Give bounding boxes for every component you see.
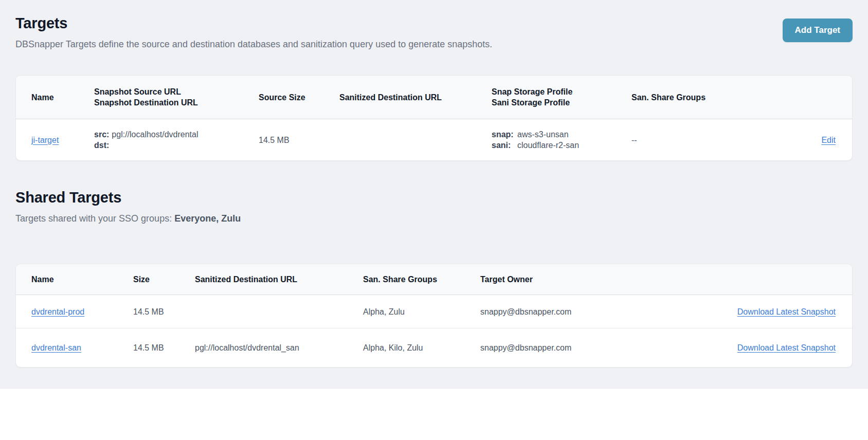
download-latest-snapshot-link[interactable]: Download Latest Snapshot	[737, 343, 836, 352]
column-header-name: Name	[16, 264, 133, 295]
sani-label: sani:	[492, 140, 515, 151]
actions-cell: Edit	[758, 119, 852, 160]
target-owner-cell: snappy@dbsnapper.com	[480, 328, 635, 367]
targets-heading-block: Targets DBSnapper Targets define the sou…	[15, 14, 492, 50]
src-value: pgl://localhost/dvdrental	[112, 130, 198, 139]
shared-description-groups: Everyone, Zulu	[174, 213, 241, 224]
shared-target-name-link[interactable]: dvdrental-prod	[31, 307, 84, 316]
column-header-target-owner: Target Owner	[480, 264, 635, 295]
shared-targets-table-card: Name Size Sanitized Destination URL San.…	[15, 264, 853, 368]
table-row: dvdrental-san 14.5 MB pgl://localhost/dv…	[16, 328, 852, 367]
share-groups-cell: --	[631, 119, 758, 160]
shared-targets-description: Targets shared with your SSO groups: Eve…	[15, 212, 853, 225]
column-header-actions	[635, 264, 852, 295]
target-name-cell: ji-target	[16, 119, 94, 160]
column-header-source-size: Source Size	[259, 76, 339, 119]
source-dest-url-cell: src:pgl://localhost/dvdrental dst:	[94, 119, 259, 160]
dst-label: dst:	[94, 141, 109, 150]
storage-profiles-cell: snap:aws-s3-unsan sani:cloudflare-r2-san	[492, 119, 631, 160]
target-name-cell: dvdrental-san	[16, 328, 133, 367]
column-header-share-groups: San. Share Groups	[363, 264, 480, 295]
sanitized-destination-url-cell	[339, 119, 492, 160]
share-groups-cell: Alpha, Zulu	[363, 295, 480, 328]
page-description: DBSnapper Targets define the source and …	[15, 38, 492, 50]
column-header-name: Name	[16, 76, 94, 119]
src-label: src:	[94, 130, 109, 139]
sanitized-destination-url-cell	[195, 295, 363, 328]
targets-table-card: Name Snapshot Source URL Snapshot Destin…	[15, 75, 853, 161]
shared-target-name-link[interactable]: dvdrental-san	[31, 343, 81, 352]
targets-section-header: Targets DBSnapper Targets define the sou…	[15, 14, 853, 50]
column-header-source-dest-url: Snapshot Source URL Snapshot Destination…	[94, 76, 259, 119]
shared-table-header-row: Name Size Sanitized Destination URL San.…	[16, 264, 852, 295]
column-header-share-groups: San. Share Groups	[631, 76, 758, 119]
shared-description-prefix: Targets shared with your SSO groups:	[15, 213, 174, 224]
shared-targets-title: Shared Targets	[15, 189, 853, 206]
target-name-link[interactable]: ji-target	[31, 136, 59, 144]
target-owner-cell: snappy@dbsnapper.com	[480, 295, 635, 328]
actions-cell: Download Latest Snapshot	[635, 328, 852, 367]
table-row: ji-target src:pgl://localhost/dvdrental …	[16, 119, 852, 160]
targets-page: Targets DBSnapper Targets define the sou…	[0, 0, 868, 389]
edit-link[interactable]: Edit	[821, 136, 836, 144]
column-header-actions	[758, 76, 852, 119]
sani-value: cloudflare-r2-san	[517, 141, 579, 150]
column-header-size: Size	[133, 264, 195, 295]
shared-targets-table: Name Size Sanitized Destination URL San.…	[16, 264, 852, 367]
actions-cell: Download Latest Snapshot	[635, 295, 852, 328]
targets-table-header-row: Name Snapshot Source URL Snapshot Destin…	[16, 76, 852, 119]
table-row: dvdrental-prod 14.5 MB Alpha, Zulu snapp…	[16, 295, 852, 328]
add-target-button[interactable]: Add Target	[783, 19, 853, 42]
column-header-sanitized-destination-url: Sanitized Destination URL	[339, 76, 492, 119]
download-latest-snapshot-link[interactable]: Download Latest Snapshot	[737, 307, 836, 316]
target-name-cell: dvdrental-prod	[16, 295, 133, 328]
column-header-storage-profiles: Snap Storage Profile Sani Storage Profil…	[492, 76, 631, 119]
targets-table: Name Snapshot Source URL Snapshot Destin…	[16, 76, 852, 160]
size-cell: 14.5 MB	[133, 328, 195, 367]
page-title: Targets	[15, 14, 492, 32]
snap-value: aws-s3-unsan	[517, 130, 569, 139]
snap-label: snap:	[492, 129, 515, 140]
column-header-sanitized-destination-url: Sanitized Destination URL	[195, 264, 363, 295]
source-size-cell: 14.5 MB	[259, 119, 339, 160]
sanitized-destination-url-cell: pgl://localhost/dvdrental_san	[195, 328, 363, 367]
size-cell: 14.5 MB	[133, 295, 195, 328]
share-groups-cell: Alpha, Kilo, Zulu	[363, 328, 480, 367]
